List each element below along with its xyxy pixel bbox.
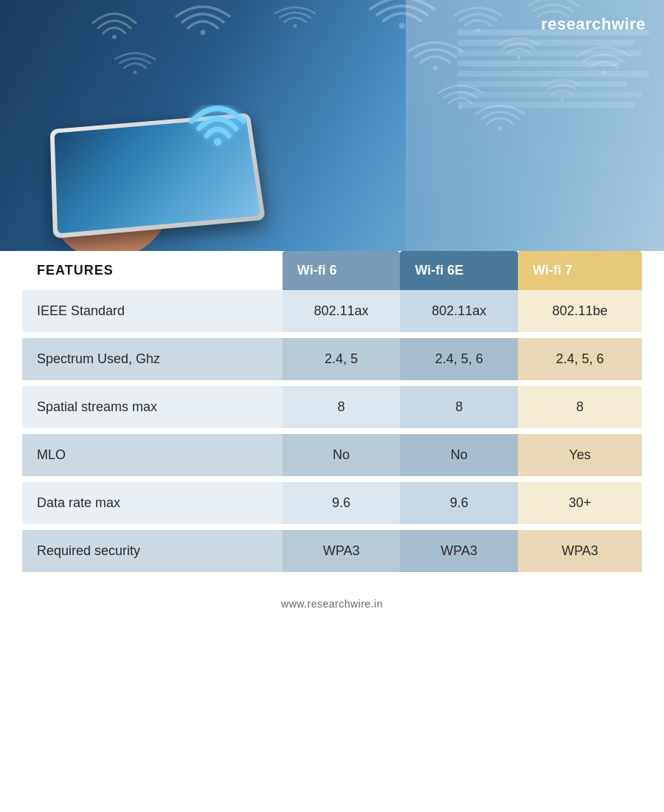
brand-logo: researchwire [541, 15, 646, 34]
wifi6e-cell: 2.4, 5, 6 [400, 338, 518, 380]
wifi6-header: Wi-fi 6 [283, 251, 401, 290]
wifi7-cell: 802.11be [518, 290, 642, 332]
feature-cell: Spatial streams max [22, 386, 283, 428]
wifi6-cell: 2.4, 5 [283, 338, 401, 380]
feature-cell: MLO [22, 434, 283, 476]
svg-point-0 [112, 35, 117, 39]
wifi6e-cell: WPA3 [400, 530, 518, 572]
table-row: Required security WPA3 WPA3 WPA3 [22, 530, 642, 572]
wifi7-cell: 30+ [518, 482, 642, 524]
comparison-table: FEATURES Wi-fi 6 Wi-fi 6E Wi-fi 7 IEEE S… [22, 251, 642, 572]
svg-point-9 [601, 70, 606, 75]
hero-section: researchwire [0, 0, 664, 251]
feature-cell: IEEE Standard [22, 290, 283, 332]
svg-point-13 [214, 138, 221, 145]
features-header: FEATURES [22, 251, 283, 290]
wifi6e-cell: No [400, 434, 518, 476]
table-header-row: FEATURES Wi-fi 6 Wi-fi 6E Wi-fi 7 [22, 251, 642, 290]
table-section: FEATURES Wi-fi 6 Wi-fi 6E Wi-fi 7 IEEE S… [0, 251, 664, 587]
svg-point-8 [517, 56, 521, 60]
wifi6e-cell: 8 [400, 386, 518, 428]
wifi6-cell: No [283, 434, 401, 476]
wifi7-cell: 8 [518, 386, 642, 428]
svg-point-12 [498, 126, 502, 131]
wifi6-cell: 8 [283, 386, 401, 428]
wifi6e-header: Wi-fi 6E [400, 251, 518, 290]
wifi6e-cell: 802.11ax [400, 290, 518, 332]
svg-point-1 [201, 30, 206, 35]
svg-point-7 [433, 66, 438, 71]
svg-point-3 [399, 23, 405, 29]
wifi7-header: Wi-fi 7 [518, 251, 642, 290]
wifi6-cell: WPA3 [283, 530, 401, 572]
wifi6-cell: 9.6 [283, 482, 401, 524]
feature-cell: Data rate max [22, 482, 283, 524]
table-row: MLO No No Yes [22, 434, 642, 476]
wifi7-cell: WPA3 [518, 530, 642, 572]
wifi6-cell: 802.11ax [283, 290, 401, 332]
table-row: IEEE Standard 802.11ax 802.11ax 802.11be [22, 290, 642, 332]
wifi7-cell: 2.4, 5, 6 [518, 338, 642, 380]
svg-point-10 [459, 106, 463, 110]
wifi6e-cell: 9.6 [400, 482, 518, 524]
svg-point-2 [294, 24, 297, 28]
footer: www.researchwire.in [0, 587, 664, 625]
table-row: Spectrum Used, Ghz 2.4, 5 2.4, 5, 6 2.4,… [22, 338, 642, 380]
svg-point-11 [561, 97, 564, 100]
table-row: Data rate max 9.6 9.6 30+ [22, 482, 642, 524]
feature-cell: Spectrum Used, Ghz [22, 338, 283, 380]
svg-point-4 [476, 28, 480, 32]
wifi-glow-icon [184, 100, 251, 155]
table-row: Spatial streams max 8 8 8 [22, 386, 642, 428]
hand-tablet-image [22, 59, 302, 251]
wifi7-cell: Yes [518, 434, 642, 476]
feature-cell: Required security [22, 530, 283, 572]
footer-url: www.researchwire.in [281, 598, 383, 610]
